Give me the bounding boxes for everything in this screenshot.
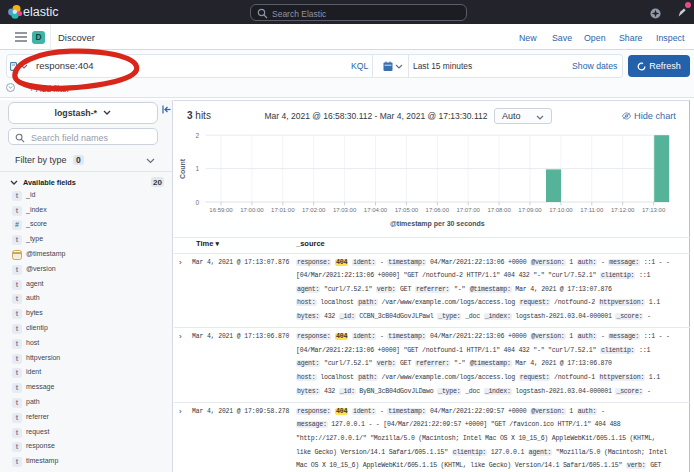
svg-text:17:08:00: 17:08:00 [487,207,511,213]
svg-text:0: 0 [195,199,199,206]
svg-text:17:09:00: 17:09:00 [518,207,542,213]
svg-text:17:04:00: 17:04:00 [364,207,388,213]
svg-text:17:02:00: 17:02:00 [302,207,326,213]
svg-text:@timestamp per 30 seconds: @timestamp per 30 seconds [390,220,485,228]
svg-text:17:05:00: 17:05:00 [395,207,419,213]
svg-text:17:07:00: 17:07:00 [457,207,481,213]
svg-text:17:01:00: 17:01:00 [271,207,295,213]
svg-text:17:00:00: 17:00:00 [240,207,264,213]
svg-text:Count: Count [179,158,186,179]
svg-text:17:06:00: 17:06:00 [426,207,450,213]
svg-text:17:03:00: 17:03:00 [333,207,357,213]
svg-text:17:10:00: 17:10:00 [549,207,573,213]
svg-text:1: 1 [195,165,199,172]
svg-text:17:12:00: 17:12:00 [611,207,635,213]
svg-text:16:59:00: 16:59:00 [209,207,233,213]
svg-text:17:11:00: 17:11:00 [580,207,604,213]
svg-text:2: 2 [195,132,199,139]
svg-text:17:13:00: 17:13:00 [642,207,666,213]
